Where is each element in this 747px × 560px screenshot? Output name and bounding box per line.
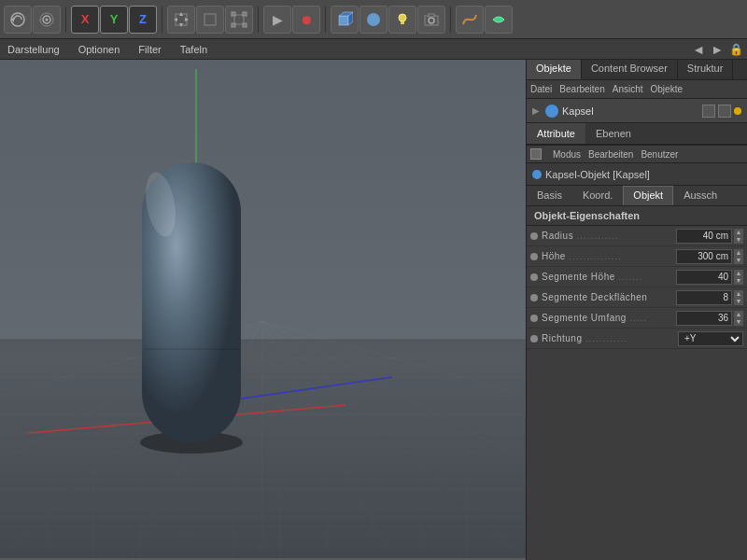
- render-icon[interactable]: [33, 6, 61, 34]
- toolbar-group-play: ▶ ⏺: [263, 6, 320, 34]
- light-icon[interactable]: [388, 6, 416, 34]
- toolbar-group-axes: X Y Z: [71, 6, 157, 34]
- visibility-icon[interactable]: [702, 105, 715, 118]
- toolbar-separator-3: [258, 7, 259, 33]
- spinner-up-seg-deck[interactable]: ▲: [734, 290, 743, 298]
- spinner-down-seg-deck[interactable]: ▼: [734, 298, 743, 305]
- spinner-up-hoehe[interactable]: ▲: [734, 249, 743, 257]
- attr-sub-tabs: Basis Koord. Objekt Aussch: [527, 186, 747, 206]
- prop-spinner-seg-deck: ▲ ▼: [734, 290, 743, 305]
- prop-input-radius[interactable]: [676, 229, 732, 244]
- y-axis-icon[interactable]: Y: [100, 6, 128, 34]
- spinner-down-radius[interactable]: ▼: [734, 236, 743, 244]
- move-icon[interactable]: [167, 6, 195, 34]
- tab-objekt[interactable]: Objekt: [623, 186, 673, 205]
- prop-label-seg-deck: Segmente Deckflächen: [542, 292, 676, 302]
- prop-label-seg-hoehe: Segmente Höhe .......: [542, 272, 676, 282]
- spinner-down-hoehe[interactable]: ▼: [734, 257, 743, 264]
- attr-main-tabs: Attribute Ebenen: [527, 123, 747, 145]
- attr-object-icon: [532, 170, 542, 179]
- nav-right-icon[interactable]: ►: [711, 42, 724, 57]
- menu-tafeln[interactable]: Tafeln: [176, 42, 211, 57]
- prop-row-seg-deck: Segmente Deckflächen ▲ ▼: [527, 287, 747, 308]
- menu-optionen[interactable]: Optionen: [75, 42, 124, 57]
- prop-value-radius: ▲ ▼: [676, 229, 743, 244]
- prop-value-seg-deck: ▲ ▼: [676, 290, 743, 305]
- record-icon[interactable]: ⏺: [292, 6, 320, 34]
- tab-attribute[interactable]: Attribute: [527, 123, 585, 144]
- attr-menu-modus[interactable]: Modus: [553, 149, 581, 160]
- prop-spinner-radius: ▲ ▼: [734, 229, 743, 244]
- prop-input-seg-umfang[interactable]: [676, 311, 732, 326]
- prop-label-seg-umfang: Segmente Umfang .....: [542, 313, 676, 323]
- toolbar-separator-4: [325, 7, 326, 33]
- properties-panel: Radius ............ ▲ ▼ Höhe ...........…: [527, 226, 747, 560]
- panel-menubar: Datei Bearbeiten Ansicht Objekte: [527, 80, 747, 99]
- spinner-down-seg-hoehe[interactable]: ▼: [734, 277, 743, 285]
- tab-struktur[interactable]: Struktur: [678, 60, 734, 79]
- prop-value-seg-hoehe: ▲ ▼: [676, 270, 743, 285]
- expand-arrow-icon: ▶: [532, 105, 540, 116]
- attr-object-name: Kapsel-Objekt [Kapsel]: [545, 169, 650, 180]
- spinner-down-seg-umfang[interactable]: ▼: [734, 318, 743, 326]
- cube-icon[interactable]: [331, 6, 359, 34]
- play-icon[interactable]: ▶: [263, 6, 291, 34]
- nav-left-icon[interactable]: ◄: [692, 42, 705, 57]
- camera-icon[interactable]: [417, 6, 445, 34]
- undo-icon[interactable]: [4, 6, 32, 34]
- spinner-up-radius[interactable]: ▲: [734, 229, 743, 236]
- tab-ebenen[interactable]: Ebenen: [585, 123, 641, 144]
- z-axis-icon[interactable]: Z: [129, 6, 157, 34]
- panel-menu-objekte[interactable]: Objekte: [651, 84, 683, 94]
- toolbar-separator-1: [65, 7, 66, 33]
- tab-content-browser[interactable]: Content Browser: [582, 60, 678, 79]
- viewport-lock-icon[interactable]: 🔒: [729, 43, 743, 56]
- render-visibility-icon[interactable]: [718, 105, 731, 118]
- tab-aussch[interactable]: Aussch: [673, 186, 727, 205]
- attr-menu-benutzer[interactable]: Benutzer: [641, 149, 678, 160]
- prop-label-radius: Radius ............: [542, 231, 676, 241]
- prop-dot-richtung: [530, 335, 538, 343]
- prop-dropdown-richtung[interactable]: +Y -Y +X -X +Z -Z: [678, 331, 743, 346]
- spline-icon[interactable]: [456, 6, 484, 34]
- prop-row-radius: Radius ............ ▲ ▼: [527, 226, 747, 246]
- attr-mode-bar: Modus Bearbeiten Benutzer: [527, 145, 747, 163]
- menu-darstellung[interactable]: Darstellung: [4, 42, 63, 57]
- panel-menu-ansicht[interactable]: Ansicht: [613, 84, 643, 94]
- tab-basis[interactable]: Basis: [527, 186, 572, 205]
- svg-rect-47: [0, 340, 526, 558]
- x-axis-icon[interactable]: X: [71, 6, 99, 34]
- toolbar-group-left: [4, 6, 61, 34]
- spinner-up-seg-hoehe[interactable]: ▲: [734, 270, 743, 277]
- svg-rect-13: [243, 12, 247, 16]
- prop-input-seg-hoehe[interactable]: [676, 270, 732, 285]
- prop-input-seg-deck[interactable]: [676, 290, 732, 305]
- main-toolbar: X Y Z ▶ ⏺: [0, 0, 747, 39]
- object-name: Kapsel: [562, 105, 594, 117]
- prop-spinner-hoehe: ▲ ▼: [734, 249, 743, 264]
- prop-row-seg-umfang: Segmente Umfang ..... ▲ ▼: [527, 308, 747, 329]
- viewport-menubar: Darstellung Optionen Filter Tafeln ◄ ► 🔒: [0, 39, 747, 60]
- object-hierarchy-item[interactable]: ▶ Kapsel: [527, 99, 747, 123]
- deformer-icon[interactable]: [485, 6, 513, 34]
- toolbar-group-splines: [456, 6, 513, 34]
- attr-menu-bearbeiten[interactable]: Bearbeiten: [588, 149, 633, 160]
- menu-filter[interactable]: Filter: [134, 42, 164, 57]
- sphere-icon[interactable]: [359, 6, 388, 34]
- prop-row-seg-hoehe: Segmente Höhe ....... ▲ ▼: [527, 267, 747, 287]
- panel-menu-datei[interactable]: Datei: [530, 84, 552, 94]
- spinner-up-seg-umfang[interactable]: ▲: [734, 311, 743, 318]
- svg-rect-16: [339, 16, 348, 25]
- prop-input-hoehe[interactable]: [676, 249, 732, 264]
- prop-value-hoehe: ▲ ▼: [676, 249, 743, 264]
- tab-objekte[interactable]: Objekte: [527, 60, 582, 79]
- 3d-viewport[interactable]: [0, 60, 526, 560]
- panel-top-tabs: Objekte Content Browser Struktur: [527, 60, 747, 80]
- panel-menu-bearbeiten[interactable]: Bearbeiten: [559, 84, 604, 94]
- prop-row-hoehe: Höhe ............... ▲ ▼: [527, 246, 747, 267]
- rotate-icon[interactable]: [196, 6, 224, 34]
- scale-icon[interactable]: [225, 6, 253, 34]
- main-area: Objekte Content Browser Struktur Datei B…: [0, 60, 747, 560]
- tab-koord[interactable]: Koord.: [572, 186, 623, 205]
- object-color-dot: [734, 107, 741, 115]
